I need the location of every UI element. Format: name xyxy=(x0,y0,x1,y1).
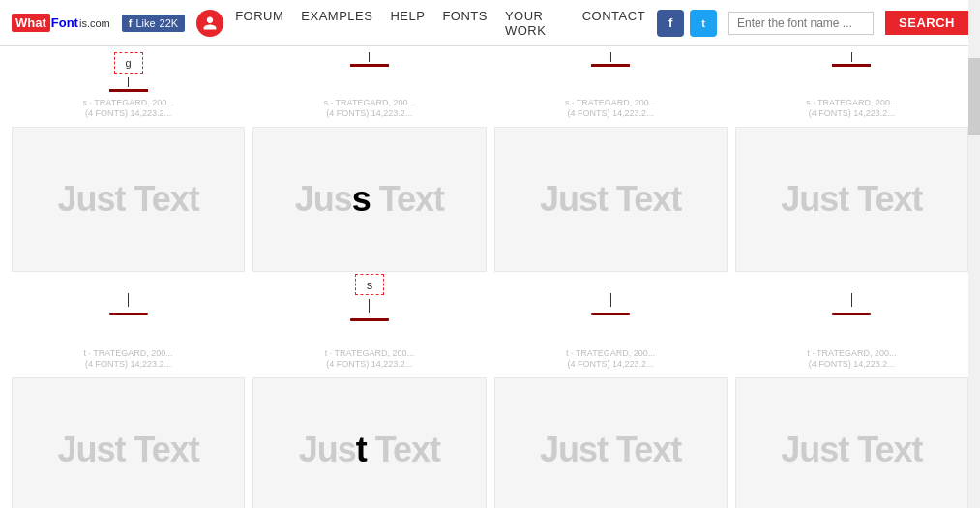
card-meta-2-1: t · TRATEGARD, 200...(4 FONTS) 14,223.2.… xyxy=(12,348,245,375)
partial-card-2 xyxy=(252,52,486,92)
nav-your-work[interactable]: YOUR WORK xyxy=(505,9,565,38)
font-card-1-2: s · TRATEGARD, 200...(4 FONTS) 14,223.2.… xyxy=(252,98,486,321)
nav-help[interactable]: HELP xyxy=(390,9,425,38)
rating-bar-1 xyxy=(109,89,148,92)
partial-card-3 xyxy=(494,52,728,92)
card-image-1-3[interactable]: Just Text xyxy=(494,127,728,272)
logo[interactable]: What Font is.com xyxy=(12,14,110,32)
font-card-1-4: s · TRATEGARD, 200...(4 FONTS) 14,223.2.… xyxy=(735,98,968,321)
card-image-2-1[interactable]: Just Text xyxy=(12,377,245,508)
card-meta-1-4: s · TRATEGARD, 200...(4 FONTS) 14,223.2.… xyxy=(735,98,968,125)
logo-font: Font xyxy=(51,15,78,30)
card-preview-text-1-2: Juss Text xyxy=(295,179,444,220)
rating-line-1-4 xyxy=(832,313,871,315)
action-line-1-4 xyxy=(851,293,852,307)
card-meta-2-2: t · TRATEGARD, 200...(4 FONTS) 14,223.2.… xyxy=(252,348,486,375)
rating-line-1-2 xyxy=(350,318,389,321)
card-meta-1-1: s · TRATEGARD, 200...(4 FONTS) 14,223.2.… xyxy=(12,98,245,125)
card-image-2-3[interactable]: Just Text xyxy=(494,377,728,508)
card-image-1-1[interactable]: Just Text xyxy=(12,127,245,272)
facebook-icon: f xyxy=(129,17,133,29)
content-area: g s · TRATEGARD, 20 xyxy=(0,46,980,508)
connector-line-1 xyxy=(128,77,129,87)
facebook-social-button[interactable]: f xyxy=(657,10,684,37)
card-actions-1-4 xyxy=(832,293,871,315)
font-card-2-4: t · TRATEGARD, 200...(4 FONTS) 14,223.2.… xyxy=(735,348,968,508)
nav-forum[interactable]: FORUM xyxy=(235,9,283,38)
nav-fonts[interactable]: FONTS xyxy=(442,9,488,38)
card-image-2-2[interactable]: Just Text xyxy=(252,377,486,508)
action-line-1-3 xyxy=(610,293,611,307)
connector-line-2 xyxy=(369,52,370,62)
card-actions-1-2 xyxy=(350,299,389,321)
scrollbar[interactable] xyxy=(968,0,980,508)
partial-card-4 xyxy=(735,52,968,92)
twitter-social-button[interactable]: t xyxy=(690,10,717,37)
main-nav: FORUM EXAMPLES HELP FONTS YOUR WORK CONT… xyxy=(235,9,645,38)
card-actions-1-3 xyxy=(591,293,630,315)
card-meta-1-3: s · TRATEGARD, 200...(4 FONTS) 14,223.2.… xyxy=(494,98,728,125)
user-account-button[interactable] xyxy=(196,10,223,37)
card-preview-text-1-4: Just Text xyxy=(781,179,922,220)
font-grid-row1: s · TRATEGARD, 200...(4 FONTS) 14,223.2.… xyxy=(12,98,968,321)
logo-iscom: is.com xyxy=(79,17,110,29)
highlight-char-1-2: s xyxy=(352,179,371,219)
scrollbar-thumb[interactable] xyxy=(968,58,980,135)
search-button[interactable]: SEARCH xyxy=(885,11,968,35)
font-grid-row2: t · TRATEGARD, 200...(4 FONTS) 14,223.2.… xyxy=(12,348,968,508)
search-input[interactable] xyxy=(728,12,874,35)
nav-contact[interactable]: CONTACT xyxy=(582,9,645,38)
card-preview-text-1-3: Just Text xyxy=(540,179,681,220)
highlight-char-2-2: t xyxy=(356,430,367,469)
font-card-1-3: s · TRATEGARD, 200...(4 FONTS) 14,223.2.… xyxy=(494,98,728,321)
top-partial-row: g xyxy=(12,52,968,92)
char-badge-partial-1: g xyxy=(114,52,143,74)
facebook-like-button[interactable]: f Like 22K xyxy=(122,15,185,32)
header: What Font is.com f Like 22K FORUM EXAMPL… xyxy=(0,0,980,46)
font-card-2-3: t · TRATEGARD, 200...(4 FONTS) 14,223.2.… xyxy=(494,348,728,508)
card-meta-2-4: t · TRATEGARD, 200...(4 FONTS) 14,223.2.… xyxy=(735,348,968,375)
card-preview-text-2-2: Just Text xyxy=(299,430,440,470)
partial-card-1: g xyxy=(12,52,245,92)
card-actions-1-1 xyxy=(109,293,148,315)
card-preview-text-1-1: Just Text xyxy=(57,179,198,220)
logo-what: What xyxy=(12,14,50,32)
action-line-1-2 xyxy=(369,299,370,313)
nav-examples[interactable]: EXAMPLES xyxy=(301,9,372,38)
card-meta-1-2: s · TRATEGARD, 200...(4 FONTS) 14,223.2.… xyxy=(252,98,486,125)
like-count: 22K xyxy=(160,17,179,29)
rating-bar-4 xyxy=(832,64,871,67)
char-badge-s: s xyxy=(355,274,384,295)
user-icon xyxy=(202,15,218,31)
font-card-2-1: t · TRATEGARD, 200...(4 FONTS) 14,223.2.… xyxy=(12,348,245,508)
connector-line-3 xyxy=(610,52,611,62)
rating-bar-3 xyxy=(591,64,630,67)
action-line-1-1 xyxy=(128,293,129,307)
card-image-1-2[interactable]: Juss Text xyxy=(252,127,486,272)
social-links: f t xyxy=(657,10,717,37)
like-label: Like xyxy=(135,17,155,29)
card-image-2-4[interactable]: Just Text xyxy=(735,377,968,508)
card-preview-text-2-4: Just Text xyxy=(781,430,922,470)
card-meta-2-3: t · TRATEGARD, 200...(4 FONTS) 14,223.2.… xyxy=(494,348,728,375)
rating-line-1-3 xyxy=(591,313,630,315)
card-preview-text-2-1: Just Text xyxy=(57,430,198,470)
font-card-1-1: s · TRATEGARD, 200...(4 FONTS) 14,223.2.… xyxy=(12,98,245,321)
card-image-1-4[interactable]: Just Text xyxy=(735,127,968,272)
font-card-2-2: t · TRATEGARD, 200...(4 FONTS) 14,223.2.… xyxy=(252,348,486,508)
card-preview-text-2-3: Just Text xyxy=(540,430,681,470)
rating-line-1-1 xyxy=(109,313,148,315)
connector-line-4 xyxy=(851,52,852,62)
rating-bar-2 xyxy=(350,64,389,67)
